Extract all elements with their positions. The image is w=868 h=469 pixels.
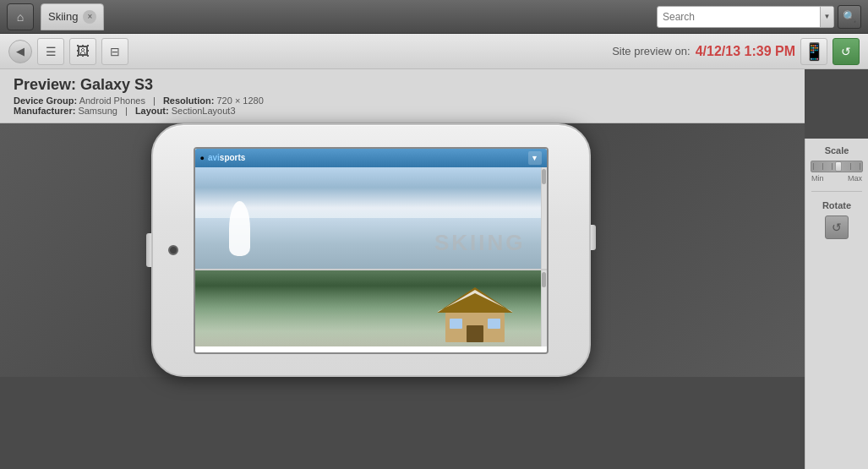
content-area: Preview: Galaxy S3 Device Group: Android… bbox=[0, 69, 868, 377]
logo-avi: avi bbox=[208, 153, 220, 162]
skiing-bottom-image bbox=[195, 270, 547, 346]
scrollbar-track-bottom[interactable] bbox=[541, 270, 547, 346]
scale-label: Scale bbox=[825, 145, 849, 155]
gallery-icon: 🖼 bbox=[76, 44, 90, 59]
rotate-button[interactable]: ↺ bbox=[825, 215, 849, 239]
browser-tab[interactable]: Skiing × bbox=[41, 3, 104, 30]
back-icon: ◀ bbox=[16, 45, 25, 57]
tick bbox=[860, 163, 860, 170]
site-preview-date: 4/12/13 1:39 PM bbox=[696, 44, 795, 59]
scrollbar-thumb-bottom[interactable] bbox=[542, 272, 546, 287]
resolution-label: Resolution: bbox=[163, 95, 215, 106]
device-group-label: Device Group: bbox=[14, 95, 77, 106]
home-icon: ⌂ bbox=[17, 10, 24, 24]
phone-volume-button[interactable] bbox=[146, 233, 151, 267]
search-input[interactable] bbox=[658, 11, 820, 23]
scale-rotate-panel: Scale Min Max Rotate bbox=[805, 139, 868, 469]
device-group-value: Android Phones bbox=[79, 95, 145, 106]
preview-title: Preview: Galaxy S3 bbox=[14, 76, 791, 94]
layout-label: Layout: bbox=[135, 106, 169, 116]
chalet-svg bbox=[429, 283, 521, 342]
scale-minmax-labels: Min Max bbox=[811, 174, 862, 183]
search-container: ▼ bbox=[657, 6, 834, 28]
refresh-icon: ↺ bbox=[841, 45, 851, 58]
scrollbar-track-top[interactable] bbox=[541, 167, 547, 269]
tick bbox=[832, 163, 833, 170]
phone-content: SKIING bbox=[195, 167, 547, 352]
phone-browser: ● avisports ▼ bbox=[195, 149, 547, 352]
separator1: | bbox=[153, 95, 156, 106]
phone-mockup: SAMSUNG ● avisports ▼ bbox=[151, 123, 591, 377]
dropdown-icon: ▼ bbox=[531, 154, 538, 162]
tick bbox=[822, 163, 823, 170]
refresh-button[interactable]: ↺ bbox=[833, 38, 860, 65]
tick bbox=[850, 163, 851, 170]
device-info-bar: Preview: Galaxy S3 Device Group: Android… bbox=[0, 69, 805, 123]
resolution-value: 720 × 1280 bbox=[216, 95, 263, 106]
layout-icon: ⊟ bbox=[110, 45, 120, 58]
manufacturer-value: Samsung bbox=[78, 106, 117, 116]
device-details-row1: Device Group: Android Phones | Resolutio… bbox=[14, 95, 791, 106]
tick bbox=[813, 163, 814, 170]
search-area: ▼ 🔍 bbox=[657, 5, 861, 29]
rotate-icon: ↺ bbox=[832, 221, 842, 234]
scale-track-visual bbox=[811, 161, 863, 172]
search-button[interactable]: 🔍 bbox=[838, 5, 861, 29]
scale-min-label: Min bbox=[811, 174, 824, 183]
browser-bar: ⌂ Skiing × ▼ 🔍 bbox=[0, 0, 868, 34]
search-dropdown-arrow[interactable]: ▼ bbox=[820, 7, 833, 27]
manufacturer-label: Manufacturer: bbox=[14, 106, 75, 116]
image-gallery-button[interactable]: 🖼 bbox=[69, 38, 96, 65]
scale-slider-container: Min Max bbox=[811, 161, 863, 183]
scrollbar-thumb-top[interactable] bbox=[542, 169, 546, 184]
tablet-icon: 📱 bbox=[804, 41, 825, 62]
device-details-row2: Manufacturer: Samsung | Layout: SectionL… bbox=[14, 106, 791, 116]
skiing-top-image: SKIING bbox=[195, 167, 547, 269]
separator2: | bbox=[125, 106, 128, 116]
phone-body: SAMSUNG ● avisports ▼ bbox=[151, 123, 591, 377]
layout-value: SectionLayout3 bbox=[172, 106, 236, 116]
phone-browser-bar: ● avisports ▼ bbox=[195, 149, 547, 167]
logo-sports: sports bbox=[220, 153, 246, 162]
svg-rect-4 bbox=[450, 319, 462, 329]
list-icon: ☰ bbox=[46, 45, 57, 58]
scale-slider-thumb[interactable] bbox=[835, 161, 842, 172]
phone-camera bbox=[168, 245, 178, 255]
rotate-label: Rotate bbox=[822, 200, 851, 210]
back-button[interactable]: ◀ bbox=[8, 40, 32, 63]
panel-divider bbox=[811, 191, 862, 192]
phone-screen: ● avisports ▼ bbox=[194, 147, 549, 354]
dropdown-arrow-icon: ▼ bbox=[824, 13, 831, 20]
list-view-button[interactable]: ☰ bbox=[37, 38, 64, 65]
device-preview-area: SAMSUNG ● avisports ▼ bbox=[0, 123, 805, 377]
skier-figure bbox=[229, 201, 250, 256]
search-icon: 🔍 bbox=[843, 10, 856, 23]
phone-dropdown-button[interactable]: ▼ bbox=[528, 151, 542, 165]
tab-label: Skiing bbox=[48, 10, 78, 23]
toolbar-bar: ◀ ☰ 🖼 ⊟ Site preview on: 4/12/13 1:39 PM… bbox=[0, 34, 868, 69]
skiing-overlay-text: SKIING bbox=[434, 230, 526, 256]
phone-logo: avisports bbox=[208, 153, 245, 162]
home-button[interactable]: ⌂ bbox=[7, 3, 34, 30]
svg-rect-3 bbox=[467, 325, 483, 342]
layout-button[interactable]: ⊟ bbox=[101, 38, 128, 65]
scale-max-label: Max bbox=[848, 174, 862, 183]
tab-close-button[interactable]: × bbox=[83, 10, 96, 24]
site-preview-label: Site preview on: bbox=[612, 45, 691, 57]
phone-power-button[interactable] bbox=[591, 225, 596, 250]
close-icon: × bbox=[88, 12, 93, 21]
svg-rect-5 bbox=[488, 319, 500, 329]
tablet-device-button[interactable]: 📱 bbox=[800, 38, 827, 65]
app-logo-icon: ● bbox=[200, 154, 205, 162]
